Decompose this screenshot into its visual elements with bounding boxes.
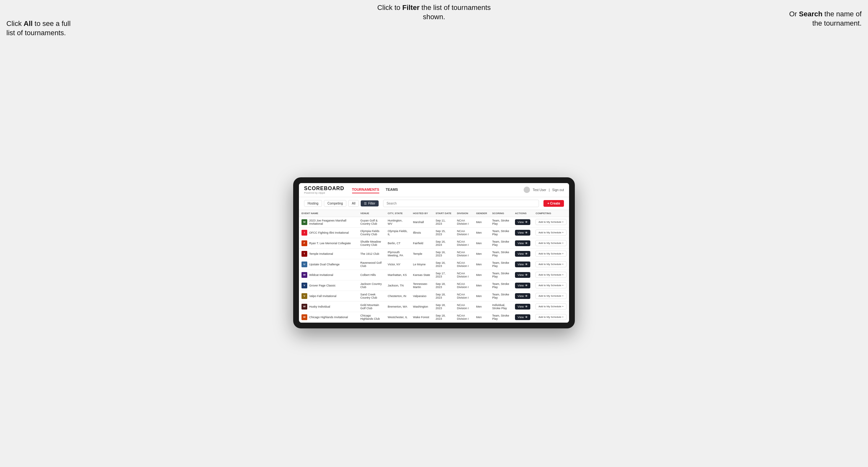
add-schedule-button-0[interactable]: Add to My Schedule + <box>535 219 566 225</box>
cell-scoring-4: Team, Stroke Play <box>490 259 513 270</box>
cell-venue-1: Olympia Fields Country Club <box>358 227 385 238</box>
view-button-4[interactable]: View <box>515 261 530 267</box>
cell-gender-7: Men <box>473 291 489 301</box>
col-event-name: EVENT NAME <box>299 210 358 217</box>
cell-actions-6: View <box>513 280 533 291</box>
cell-division-7: NCAA Division I <box>455 291 474 301</box>
add-schedule-button-3[interactable]: Add to My Schedule + <box>535 251 566 257</box>
table-row: U Upstate Dual Challenge Ravenwood Golf … <box>299 259 569 270</box>
cell-hosted-5: Kansas State <box>410 270 433 280</box>
cell-actions-3: View <box>513 248 533 259</box>
search-input[interactable] <box>383 200 539 207</box>
cell-hosted-7: Valparaiso <box>410 291 433 301</box>
add-schedule-button-7[interactable]: Add to My Schedule + <box>535 293 566 299</box>
table-row: V Grover Page Classic Jackson Country Cl… <box>299 280 569 291</box>
cell-scoring-0: Team, Stroke Play <box>490 217 513 227</box>
cell-venue-3: The 1912 Club <box>358 248 385 259</box>
add-schedule-button-4[interactable]: Add to My Schedule + <box>535 261 566 267</box>
cell-event-name-1: I OFCC Fighting Illini Invitational <box>299 227 358 238</box>
add-schedule-button-1[interactable]: Add to My Schedule + <box>535 229 566 236</box>
event-name-9: Chicago Highlands Invitational <box>309 316 348 319</box>
cell-city-1: Olympia Fields, IL <box>385 227 410 238</box>
cell-event-name-6: V Grover Page Classic <box>299 280 358 291</box>
eye-icon-2 <box>525 242 528 245</box>
cell-event-name-8: W Husky Individual <box>299 301 358 312</box>
tab-competing[interactable]: Competing <box>324 200 346 207</box>
cell-date-0: Sep 11, 2023 <box>433 217 455 227</box>
table-row: W Wildcat Invitational Colbert Hills Man… <box>299 270 569 280</box>
cell-event-name-4: U Upstate Dual Challenge <box>299 259 358 270</box>
cell-gender-5: Men <box>473 270 489 280</box>
col-scoring: SCORING <box>490 210 513 217</box>
add-schedule-button-2[interactable]: Add to My Schedule + <box>535 240 566 246</box>
view-button-7[interactable]: View <box>515 293 530 299</box>
cell-event-name-3: T Temple Invitational <box>299 248 358 259</box>
view-button-9[interactable]: View <box>515 314 530 320</box>
tab-hosting[interactable]: Hosting <box>304 200 322 207</box>
cell-competing-9: Add to My Schedule + <box>533 312 569 322</box>
eye-icon-8 <box>525 305 528 308</box>
cell-hosted-3: Temple <box>410 248 433 259</box>
table-row: M 2023 Joe Feaganes Marshall Invitationa… <box>299 217 569 227</box>
add-schedule-button-6[interactable]: Add to My Schedule + <box>535 282 566 288</box>
col-start-date: START DATE <box>433 210 455 217</box>
cell-date-8: Sep 18, 2023 <box>433 301 455 312</box>
nav-links: TOURNAMENTS TEAMS <box>352 186 516 193</box>
cell-venue-7: Sand Creek Country Club <box>358 291 385 301</box>
col-city: CITY, STATE <box>385 210 410 217</box>
cell-city-0: Huntington, WV <box>385 217 410 227</box>
tablet-frame: SCOREBOARD Powered by clippd TOURNAMENTS… <box>293 177 575 329</box>
nav-teams[interactable]: TEAMS <box>386 186 398 193</box>
header-separator: | <box>549 188 550 192</box>
cell-hosted-0: Marshall <box>410 217 433 227</box>
table-row: V Valpo Fall Invitational Sand Creek Cou… <box>299 291 569 301</box>
view-button-1[interactable]: View <box>515 230 530 236</box>
cell-competing-4: Add to My Schedule + <box>533 259 569 270</box>
eye-icon-6 <box>525 284 528 287</box>
col-venue: VENUE <box>358 210 385 217</box>
view-button-6[interactable]: View <box>515 283 530 288</box>
cell-division-5: NCAA Division I <box>455 270 474 280</box>
cell-date-7: Sep 18, 2023 <box>433 291 455 301</box>
cell-gender-1: Men <box>473 227 489 238</box>
view-button-8[interactable]: View <box>515 304 530 310</box>
view-button-5[interactable]: View <box>515 272 530 278</box>
cell-city-9: Westchester, IL <box>385 312 410 322</box>
cell-division-6: NCAA Division I <box>455 280 474 291</box>
annotation-top-right: Or Search the name of the tournament. <box>778 9 862 28</box>
cell-scoring-7: Team, Stroke Play <box>490 291 513 301</box>
cell-division-4: NCAA Division I <box>455 259 474 270</box>
col-actions: ACTIONS <box>513 210 533 217</box>
add-schedule-button-5[interactable]: Add to My Schedule + <box>535 272 566 278</box>
event-name-5: Wildcat Invitational <box>309 273 333 277</box>
cell-gender-9: Men <box>473 312 489 322</box>
cell-actions-8: View <box>513 301 533 312</box>
view-button-2[interactable]: View <box>515 240 530 246</box>
sign-out-link[interactable]: Sign out <box>552 188 564 192</box>
filter-button[interactable]: ☰ Filter <box>361 200 378 207</box>
cell-competing-5: Add to My Schedule + <box>533 270 569 280</box>
view-button-3[interactable]: View <box>515 251 530 257</box>
nav-tournaments[interactable]: TOURNAMENTS <box>352 186 379 193</box>
eye-icon-9 <box>525 316 528 319</box>
event-name-7: Valpo Fall Invitational <box>309 294 336 298</box>
tab-all[interactable]: All <box>348 200 359 207</box>
cell-venue-5: Colbert Hills <box>358 270 385 280</box>
cell-scoring-9: Team, Stroke Play <box>490 312 513 322</box>
header-right: Test User | Sign out <box>524 187 564 193</box>
filter-bar: Hosting Competing All ☰ Filter + Create <box>299 197 569 210</box>
view-button-0[interactable]: View <box>515 219 530 225</box>
cell-date-3: Sep 16, 2023 <box>433 248 455 259</box>
logo-sub: Powered by clippd <box>304 191 344 194</box>
cell-competing-7: Add to My Schedule + <box>533 291 569 301</box>
cell-gender-6: Men <box>473 280 489 291</box>
cell-venue-2: Shuttle Meadow Country Club <box>358 238 385 248</box>
cell-event-name-7: V Valpo Fall Invitational <box>299 291 358 301</box>
table-row: W Husky Individual Gold Mountain Golf Cl… <box>299 301 569 312</box>
cell-venue-9: Chicago Highlands Club <box>358 312 385 322</box>
cell-scoring-3: Team, Stroke Play <box>490 248 513 259</box>
add-schedule-button-8[interactable]: Add to My Schedule + <box>535 304 566 310</box>
create-button[interactable]: + Create <box>544 200 564 207</box>
eye-icon-7 <box>525 294 528 298</box>
add-schedule-button-9[interactable]: Add to My Schedule + <box>535 314 566 320</box>
